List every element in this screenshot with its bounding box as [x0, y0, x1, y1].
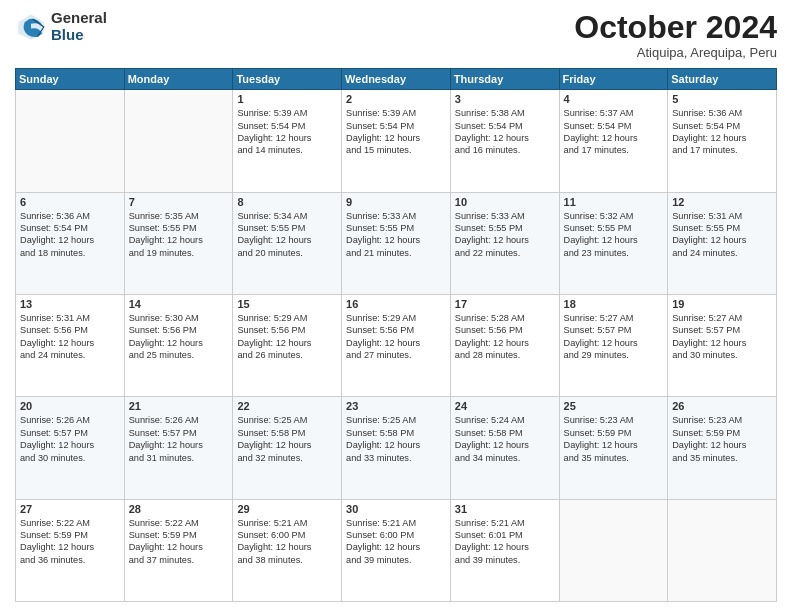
month-title: October 2024: [574, 10, 777, 45]
calendar-cell: 14Sunrise: 5:30 AMSunset: 5:56 PMDayligh…: [124, 294, 233, 396]
cell-text: and 39 minutes.: [346, 554, 446, 566]
calendar-cell: 15Sunrise: 5:29 AMSunset: 5:56 PMDayligh…: [233, 294, 342, 396]
logo-blue: Blue: [51, 27, 107, 44]
cell-text: and 29 minutes.: [564, 349, 664, 361]
cell-text: Sunset: 6:01 PM: [455, 529, 555, 541]
cell-text: and 26 minutes.: [237, 349, 337, 361]
cell-text: Sunrise: 5:25 AM: [346, 414, 446, 426]
cell-text: Sunrise: 5:26 AM: [20, 414, 120, 426]
calendar-cell: [559, 499, 668, 601]
cell-text: Sunset: 5:54 PM: [237, 120, 337, 132]
cell-text: Daylight: 12 hours: [346, 541, 446, 553]
day-number: 14: [129, 298, 229, 310]
logo-general: General: [51, 10, 107, 27]
cell-text: Daylight: 12 hours: [564, 439, 664, 451]
cell-text: Sunset: 5:58 PM: [237, 427, 337, 439]
calendar-cell: 11Sunrise: 5:32 AMSunset: 5:55 PMDayligh…: [559, 192, 668, 294]
cell-text: and 15 minutes.: [346, 144, 446, 156]
cell-text: Sunrise: 5:29 AM: [237, 312, 337, 324]
cell-text: and 18 minutes.: [20, 247, 120, 259]
cell-text: Sunrise: 5:29 AM: [346, 312, 446, 324]
cell-text: Sunset: 5:55 PM: [129, 222, 229, 234]
calendar-cell: 27Sunrise: 5:22 AMSunset: 5:59 PMDayligh…: [16, 499, 125, 601]
calendar-cell: 20Sunrise: 5:26 AMSunset: 5:57 PMDayligh…: [16, 397, 125, 499]
cell-text: and 16 minutes.: [455, 144, 555, 156]
cell-text: and 36 minutes.: [20, 554, 120, 566]
calendar-cell: 5Sunrise: 5:36 AMSunset: 5:54 PMDaylight…: [668, 90, 777, 192]
cell-text: Sunrise: 5:27 AM: [564, 312, 664, 324]
day-number: 25: [564, 400, 664, 412]
cell-text: and 22 minutes.: [455, 247, 555, 259]
cell-text: Daylight: 12 hours: [129, 337, 229, 349]
cell-text: Sunrise: 5:39 AM: [237, 107, 337, 119]
cell-text: Sunset: 5:54 PM: [455, 120, 555, 132]
cell-text: Daylight: 12 hours: [129, 541, 229, 553]
calendar-cell: 7Sunrise: 5:35 AMSunset: 5:55 PMDaylight…: [124, 192, 233, 294]
cell-text: Sunrise: 5:33 AM: [455, 210, 555, 222]
day-number: 24: [455, 400, 555, 412]
weekday-header: Thursday: [450, 69, 559, 90]
day-number: 2: [346, 93, 446, 105]
cell-text: and 21 minutes.: [346, 247, 446, 259]
calendar-cell: 12Sunrise: 5:31 AMSunset: 5:55 PMDayligh…: [668, 192, 777, 294]
weekday-header: Tuesday: [233, 69, 342, 90]
cell-text: Sunrise: 5:21 AM: [237, 517, 337, 529]
cell-text: Sunset: 5:59 PM: [20, 529, 120, 541]
generalblue-logo-icon: [15, 11, 47, 43]
cell-text: and 31 minutes.: [129, 452, 229, 464]
cell-text: Daylight: 12 hours: [237, 439, 337, 451]
calendar-cell: 18Sunrise: 5:27 AMSunset: 5:57 PMDayligh…: [559, 294, 668, 396]
calendar-cell: 28Sunrise: 5:22 AMSunset: 5:59 PMDayligh…: [124, 499, 233, 601]
weekday-header: Wednesday: [342, 69, 451, 90]
header: General Blue October 2024 Atiquipa, Areq…: [15, 10, 777, 60]
calendar-cell: 6Sunrise: 5:36 AMSunset: 5:54 PMDaylight…: [16, 192, 125, 294]
cell-text: Daylight: 12 hours: [346, 234, 446, 246]
cell-text: and 35 minutes.: [672, 452, 772, 464]
cell-text: Sunset: 5:59 PM: [129, 529, 229, 541]
cell-text: Sunset: 5:56 PM: [346, 324, 446, 336]
cell-text: and 30 minutes.: [20, 452, 120, 464]
cell-text: Daylight: 12 hours: [346, 337, 446, 349]
cell-text: Sunset: 5:54 PM: [564, 120, 664, 132]
calendar-cell: 2Sunrise: 5:39 AMSunset: 5:54 PMDaylight…: [342, 90, 451, 192]
calendar-cell: 1Sunrise: 5:39 AMSunset: 5:54 PMDaylight…: [233, 90, 342, 192]
cell-text: Sunrise: 5:25 AM: [237, 414, 337, 426]
cell-text: Sunset: 5:54 PM: [20, 222, 120, 234]
cell-text: Daylight: 12 hours: [237, 337, 337, 349]
day-number: 27: [20, 503, 120, 515]
cell-text: Sunrise: 5:27 AM: [672, 312, 772, 324]
day-number: 15: [237, 298, 337, 310]
cell-text: Sunrise: 5:23 AM: [672, 414, 772, 426]
cell-text: Sunrise: 5:37 AM: [564, 107, 664, 119]
weekday-header: Sunday: [16, 69, 125, 90]
cell-text: Sunset: 5:58 PM: [346, 427, 446, 439]
cell-text: Daylight: 12 hours: [237, 541, 337, 553]
calendar-cell: [16, 90, 125, 192]
cell-text: and 19 minutes.: [129, 247, 229, 259]
cell-text: Sunset: 5:55 PM: [346, 222, 446, 234]
cell-text: Daylight: 12 hours: [455, 439, 555, 451]
cell-text: Sunset: 5:57 PM: [672, 324, 772, 336]
weekday-header: Saturday: [668, 69, 777, 90]
cell-text: Daylight: 12 hours: [237, 234, 337, 246]
page: General Blue October 2024 Atiquipa, Areq…: [0, 0, 792, 612]
cell-text: Sunrise: 5:36 AM: [20, 210, 120, 222]
cell-text: Daylight: 12 hours: [672, 132, 772, 144]
day-number: 16: [346, 298, 446, 310]
cell-text: Sunrise: 5:38 AM: [455, 107, 555, 119]
cell-text: Sunrise: 5:28 AM: [455, 312, 555, 324]
location: Atiquipa, Arequipa, Peru: [574, 45, 777, 60]
calendar-cell: 26Sunrise: 5:23 AMSunset: 5:59 PMDayligh…: [668, 397, 777, 499]
cell-text: Sunrise: 5:30 AM: [129, 312, 229, 324]
calendar-cell: 10Sunrise: 5:33 AMSunset: 5:55 PMDayligh…: [450, 192, 559, 294]
calendar-cell: 16Sunrise: 5:29 AMSunset: 5:56 PMDayligh…: [342, 294, 451, 396]
cell-text: Sunset: 6:00 PM: [346, 529, 446, 541]
calendar-cell: 13Sunrise: 5:31 AMSunset: 5:56 PMDayligh…: [16, 294, 125, 396]
day-number: 29: [237, 503, 337, 515]
calendar-cell: 21Sunrise: 5:26 AMSunset: 5:57 PMDayligh…: [124, 397, 233, 499]
day-number: 22: [237, 400, 337, 412]
day-number: 11: [564, 196, 664, 208]
calendar-cell: [124, 90, 233, 192]
cell-text: Sunset: 5:55 PM: [455, 222, 555, 234]
cell-text: Daylight: 12 hours: [672, 337, 772, 349]
